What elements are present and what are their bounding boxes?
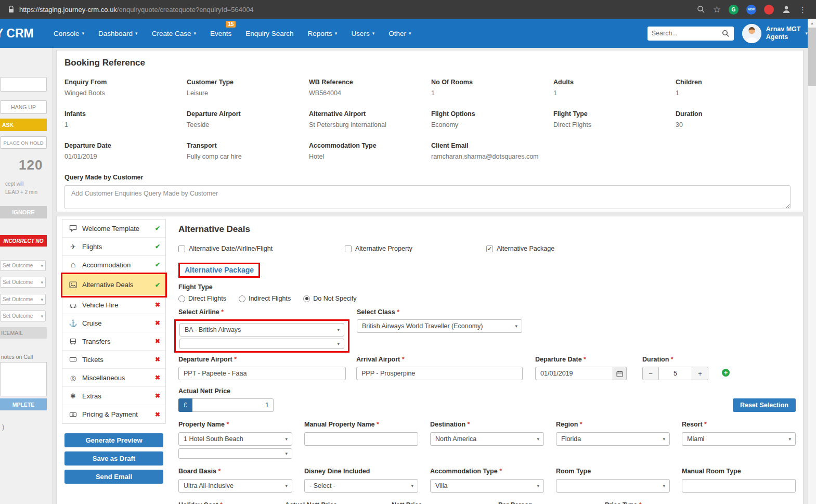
generate-preview-button[interactable]: Generate Preview [64,433,163,447]
section-miscellaneous[interactable]: ◎ Miscellaneous ✖ [62,369,165,387]
page-scrollbar[interactable]: ▲ [808,19,816,504]
actual-nett-price-2-field: Actual Nett Price £0 [285,500,381,504]
radio-do-not-specify[interactable]: Do Not Specify [303,295,356,302]
region-select[interactable]: Florida▾ [556,432,670,446]
search-input[interactable] [652,30,722,37]
radio-circle[interactable] [239,295,245,302]
section-accommodation[interactable]: ⌂ Accommodation ✔ [62,256,165,274]
calendar-icon[interactable] [613,367,627,380]
property-name-select-2[interactable]: ▾ [178,448,292,459]
cross-icon: ✖ [155,301,160,308]
browser-menu-icon[interactable]: ⋮ [799,6,807,14]
departure-date-input[interactable]: 01/01/2019 [535,367,613,380]
check-icon: ✔ [155,261,160,268]
manual-room-type-input[interactable] [682,479,796,493]
section-flights[interactable]: ✈ Flights ✔ [62,238,165,256]
chevron-down-icon: ▾ [663,436,665,442]
checkbox-box[interactable] [178,245,185,252]
url-text[interactable]: https://staging.journey-crm.co.uk/enquir… [19,6,254,14]
airline-select[interactable]: BA - British Airways▾ [179,323,344,337]
resort-select[interactable]: Miami▾ [682,432,796,446]
menu-console[interactable]: Console▾ [54,30,84,37]
destination-select[interactable]: North America▾ [430,432,544,446]
airline-select-2[interactable]: ▾ [179,339,344,349]
actual-nett-price-2-label: Actual Nett Price [285,501,337,504]
lock-icon[interactable] [8,6,14,13]
menu-create-case[interactable]: Create Case▾ [152,30,196,37]
menu-other[interactable]: Other▾ [388,30,411,37]
extension-new-icon[interactable]: NEW [746,5,756,15]
room-type-select[interactable]: ▾ [556,479,670,493]
send-email-button[interactable]: Send Email [64,470,163,484]
minus-button[interactable]: − [642,367,659,380]
set-outcome-select-3[interactable]: Set Outcome▾ [0,294,46,305]
board-basis-select[interactable]: Ultra All-Inclusive▾ [178,479,292,493]
accommodation-type-select[interactable]: Villa▾ [430,479,544,493]
disney-dine-select[interactable]: - Select -▾ [304,479,418,493]
voicemail-button[interactable]: ICEMAIL [0,327,47,339]
hang-up-button[interactable]: HANG UP [0,100,47,114]
section-extras[interactable]: ✱ Extras ✖ [62,387,165,405]
scroll-up-arrow[interactable]: ▲ [808,19,816,27]
class-select[interactable]: British Airways World Traveller (Economy… [357,319,522,333]
section-vehicle-hire[interactable]: Vehicle Hire ✖ [62,296,165,314]
search-submit-icon[interactable] [722,30,730,37]
resort-label: Resort [682,421,707,428]
user-menu[interactable]: Arnav MGT Agents ▾ [742,24,808,43]
resort-value: Miami [687,435,704,443]
property-name-select[interactable]: 1 Hotel South Beach▾ [178,432,292,446]
call-notes-textarea[interactable] [0,362,47,396]
section-transfers[interactable]: Transfers ✖ [62,332,165,351]
set-outcome-select-4[interactable]: Set Outcome▾ [0,311,46,321]
checkbox-alternative-package[interactable]: ✓Alternative Package [486,245,554,252]
menu-enquiry-search[interactable]: Enquiry Search [245,30,293,37]
section-welcome-template[interactable]: Welcome Template ✔ [62,219,165,238]
profile-icon[interactable] [782,5,791,14]
menu-events[interactable]: 15Events [210,30,231,37]
incorrect-no-badge[interactable]: INCORRECT NO [0,235,47,247]
radio-direct-flights[interactable]: Direct Flights [178,295,226,302]
checkbox-alternative-property[interactable]: Alternative Property [345,245,486,252]
save-as-draft-button[interactable]: Save as Draft [64,451,163,466]
extension-green-icon[interactable]: G [729,5,739,15]
departure-airport-input[interactable]: PPT - Papeete - Faaa [178,367,346,380]
radio-circle-selected[interactable] [303,295,310,302]
radio-label: Direct Flights [188,295,226,302]
main-area: Booking Reference Enquiry FromWinged Boo… [53,48,808,504]
plus-button[interactable]: + [692,367,708,380]
brand-logo[interactable]: Y CRM [0,27,51,41]
menu-reports[interactable]: Reports▾ [308,30,338,37]
section-cruise[interactable]: ⚓ Cruise ✖ [62,314,165,332]
complete-button[interactable]: MPLETE [0,398,47,410]
checkbox-box[interactable] [345,245,352,252]
set-outcome-select-2[interactable]: Set Outcome▾ [0,277,46,288]
checkbox-alternative-date-airline-flight[interactable]: Alternative Date/Airline/Flight [178,245,345,252]
scrollbar-thumb[interactable] [808,28,816,86]
section-tickets[interactable]: Tickets ✖ [62,351,165,369]
call-panel-field[interactable] [0,77,47,92]
query-textarea[interactable] [64,185,791,209]
manual-property-name-input[interactable] [304,432,418,446]
field-value: 30 [676,121,791,128]
set-outcome-select-1[interactable]: Set Outcome▾ [0,260,46,271]
actual-nett-price-input[interactable]: 1 [192,398,274,412]
section-alternative-deals[interactable]: Alternative Deals ✔ [62,274,165,296]
reset-selection-button[interactable]: Reset Selection [733,398,796,412]
radio-circle[interactable] [178,295,185,302]
section-label: Cruise [82,319,150,327]
menu-users[interactable]: Users▾ [351,30,374,37]
ignore-button[interactable]: IGNORE [0,206,47,218]
holiday-cost-field: Holiday Cost £101 [178,500,274,504]
add-package-icon[interactable]: + [722,369,730,377]
menu-dashboard[interactable]: Dashboard▾ [98,30,138,37]
section-pricing-payment[interactable]: Pricing & Payment ✖ [62,405,165,423]
search-icon[interactable] [697,5,705,14]
arrival-airport-input[interactable]: PPP - Prosperpine [356,367,523,380]
extension-red-icon[interactable] [764,5,774,15]
radio-indirect-flights[interactable]: Indirect Flights [239,295,291,302]
field-value: 1 [64,121,179,128]
checkbox-box-checked[interactable]: ✓ [486,245,493,252]
bookmark-star-icon[interactable]: ☆ [713,5,721,14]
place-on-hold-button[interactable]: PLACE ON HOLD [0,136,47,149]
task-button[interactable]: ASK [0,119,47,131]
